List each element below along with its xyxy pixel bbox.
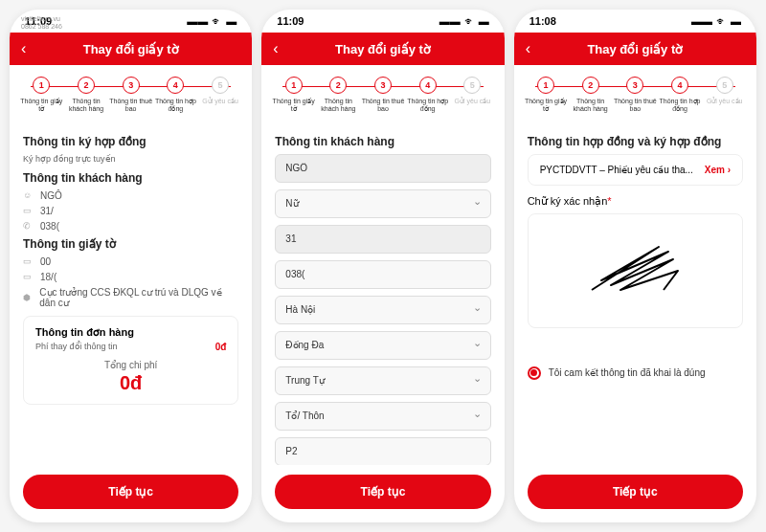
signal-icon: ▬▬ — [439, 15, 461, 27]
customer-phone: 038( — [40, 221, 59, 232]
id-icon: ▭ — [23, 256, 33, 266]
step-1[interactable]: 1 — [33, 77, 50, 94]
section-customer: Thông tin khách hàng — [23, 171, 238, 185]
doc-id: 00 — [40, 256, 51, 267]
signature-drawing — [573, 233, 697, 309]
customer-dob: 31/ — [40, 206, 54, 216]
step-4[interactable]: 4 — [671, 77, 688, 94]
building-icon: ⬢ — [23, 293, 32, 302]
step-5[interactable]: 5 — [463, 77, 481, 94]
section-contract: Thông tin hợp đồng và ký hợp đồng — [528, 135, 743, 148]
step-2[interactable]: 2 — [78, 77, 95, 94]
battery-icon: ▬ — [479, 15, 489, 27]
step-1[interactable]: 1 — [285, 77, 303, 94]
page-title: Thay đổi giấy tờ — [335, 42, 431, 56]
battery-icon: ▬ — [731, 15, 741, 27]
signature-label: Chữ ký xác nhận* — [528, 195, 743, 208]
step-3[interactable]: 3 — [123, 77, 140, 94]
consent-checkbox[interactable] — [528, 366, 541, 380]
phone-icon: ✆ — [23, 221, 33, 231]
signal-icon: ▬▬ — [187, 15, 208, 27]
ward-field[interactable] — [275, 366, 490, 395]
status-time: 11:08 — [529, 15, 556, 27]
back-icon[interactable]: ‹ — [21, 40, 26, 57]
customer-name: NGÔ — [40, 190, 62, 201]
step-3[interactable]: 3 — [626, 77, 643, 94]
order-card: Thông tin đơn hàng Phí thay đổi thông ti… — [23, 316, 238, 405]
step-5[interactable]: 5 — [212, 77, 229, 94]
contract-item[interactable]: PYCTDDVTT – Phiếu yêu cầu tha... Xem › — [528, 154, 743, 186]
gender-field[interactable] — [275, 189, 490, 218]
phone-field[interactable] — [275, 260, 490, 289]
person-icon: ☺ — [23, 190, 33, 200]
consent-checkbox-row[interactable]: Tôi cam kết thông tin đã khai là đúng — [528, 366, 743, 380]
signature-pad[interactable] — [528, 213, 743, 328]
address-field[interactable] — [275, 437, 490, 465]
stepper: 1Thông tin giấy tờ 2Thông tin khách hàng… — [514, 65, 756, 122]
signal-icon: ▬▬ — [691, 15, 712, 27]
name-field[interactable] — [275, 154, 490, 183]
step-5[interactable]: 5 — [716, 77, 733, 94]
step-2[interactable]: 2 — [329, 77, 347, 94]
status-time: 11:09 — [277, 15, 304, 27]
battery-icon: ▬ — [226, 15, 237, 27]
header: ‹ Thay đổi giấy tờ — [514, 33, 756, 65]
doc-issuer: Cục trưởng CCS ĐKQL cư trú và DLQG về dâ… — [39, 287, 238, 308]
total-label: Tổng chi phí — [35, 360, 226, 370]
calendar-icon: ▭ — [23, 272, 33, 281]
status-bar: 11:09 ▬▬ ᯤ ▬ — [261, 10, 504, 33]
step-1[interactable]: 1 — [537, 77, 554, 94]
order-title: Thông tin đơn hàng — [35, 326, 226, 339]
step-4[interactable]: 4 — [167, 77, 184, 94]
stepper: 1Thông tin giấy tờ 2Thông tin khách hàng… — [10, 65, 252, 122]
section-contract-sign: Thông tin ký hợp đồng — [23, 135, 238, 148]
village-field[interactable] — [275, 402, 490, 431]
contract-name: PYCTDDVTT – Phiếu yêu cầu tha... — [540, 165, 693, 175]
wifi-icon: ᯤ — [212, 15, 222, 27]
step-3[interactable]: 3 — [374, 77, 392, 94]
city-field[interactable] — [275, 296, 490, 324]
page-title: Thay đổi giấy tờ — [587, 42, 683, 56]
order-fee-price: 0đ — [215, 342, 227, 352]
wifi-icon: ᯤ — [716, 15, 727, 27]
view-link[interactable]: Xem › — [705, 165, 731, 175]
order-fee-label: Phí thay đổi thông tin — [35, 342, 118, 351]
contract-sign-sub: Ký hợp đồng trực tuyến — [23, 154, 238, 164]
section-document: Thông tin giấy tờ — [23, 237, 238, 251]
doc-date: 18/( — [40, 272, 56, 282]
continue-button[interactable]: Tiếp tục — [528, 475, 743, 509]
district-field[interactable] — [275, 331, 490, 360]
step-2[interactable]: 2 — [582, 77, 599, 94]
page-title: Thay đổi giấy tờ — [83, 42, 179, 56]
back-icon[interactable]: ‹ — [273, 40, 278, 57]
total-price: 0đ — [35, 372, 226, 394]
stepper: 1Thông tin giấy tờ 2Thông tin khách hàng… — [261, 65, 504, 122]
section-customer: Thông tin khách hàng — [275, 135, 490, 148]
wifi-icon: ᯤ — [464, 15, 475, 27]
calendar-icon: ▭ — [23, 206, 33, 215]
consent-label: Tôi cam kết thông tin đã khai là đúng — [549, 367, 706, 378]
status-bar: 11:08 ▬▬ ᯤ ▬ — [514, 10, 756, 33]
header: ‹ Thay đổi giấy tờ — [261, 33, 504, 65]
watermark: viettelhcm.vu 0862 588 246 — [21, 15, 62, 32]
back-icon[interactable]: ‹ — [526, 40, 530, 57]
continue-button[interactable]: Tiếp tục — [23, 475, 238, 509]
header: ‹ Thay đổi giấy tờ — [10, 33, 252, 65]
dob-field[interactable] — [275, 225, 490, 254]
step-4[interactable]: 4 — [419, 77, 437, 94]
continue-button[interactable]: Tiếp tục — [275, 475, 490, 509]
